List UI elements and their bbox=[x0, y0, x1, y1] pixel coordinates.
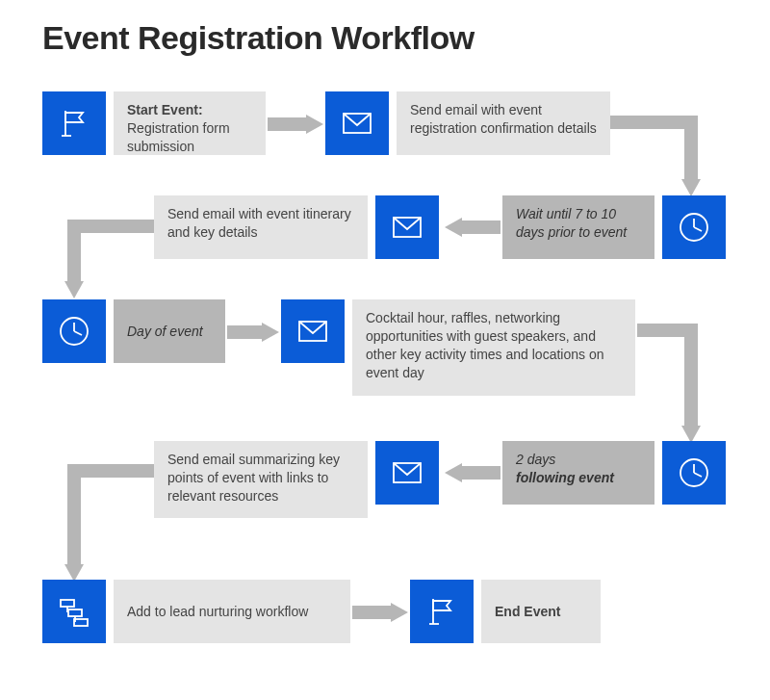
clock-icon bbox=[662, 195, 726, 259]
svg-marker-3 bbox=[306, 115, 323, 134]
start-text: Start Event: Registration form submissio… bbox=[114, 91, 266, 155]
svg-marker-17 bbox=[262, 323, 279, 342]
workflow-icon bbox=[42, 580, 106, 643]
envelope-icon bbox=[375, 441, 439, 505]
envelope-icon bbox=[375, 195, 439, 259]
page-title: Event Registration Workflow bbox=[42, 19, 475, 57]
clock-icon bbox=[662, 441, 726, 505]
arrow-down-icon bbox=[610, 116, 706, 202]
start-label: Start Event: bbox=[127, 102, 203, 117]
step6-text: Add to lead nurturing workflow bbox=[114, 580, 350, 643]
arrow-right-icon bbox=[227, 322, 279, 343]
end-text: End Event bbox=[481, 580, 601, 643]
arrow-left-icon bbox=[443, 217, 500, 238]
flag-icon bbox=[42, 91, 106, 155]
arrow-right-icon bbox=[268, 114, 323, 135]
flag-icon bbox=[410, 580, 474, 643]
svg-rect-27 bbox=[61, 600, 74, 607]
arrow-left-icon bbox=[443, 462, 500, 483]
step5-text: Send email summarizing key points of eve… bbox=[154, 441, 368, 518]
arrow-down-icon bbox=[58, 220, 154, 302]
wait2-text: Day of event bbox=[114, 299, 225, 363]
svg-marker-12 bbox=[64, 281, 84, 298]
svg-marker-24 bbox=[445, 463, 462, 482]
arrow-down-icon bbox=[637, 324, 705, 449]
arrow-down-icon bbox=[58, 464, 154, 585]
svg-line-15 bbox=[74, 331, 82, 335]
clock-icon bbox=[42, 299, 106, 363]
svg-marker-10 bbox=[445, 218, 462, 237]
wait3-text: 2 days following event bbox=[502, 441, 654, 505]
svg-line-8 bbox=[694, 227, 702, 231]
svg-marker-33 bbox=[391, 603, 408, 622]
step3-text: Send email with event itinerary and key … bbox=[154, 195, 368, 259]
envelope-icon bbox=[325, 91, 389, 155]
start-desc: Registration form submission bbox=[127, 120, 230, 154]
svg-rect-29 bbox=[74, 619, 88, 626]
envelope-icon bbox=[281, 299, 345, 363]
wait1-text: Wait until 7 to 10 days prior to event bbox=[502, 195, 654, 259]
svg-marker-5 bbox=[681, 179, 701, 196]
arrow-right-icon bbox=[352, 602, 408, 623]
svg-rect-28 bbox=[68, 609, 82, 616]
step4-text: Cocktail hour, raffles, networking oppor… bbox=[352, 299, 635, 396]
svg-line-22 bbox=[694, 473, 702, 477]
step2-text: Send email with event registration confi… bbox=[397, 91, 610, 155]
